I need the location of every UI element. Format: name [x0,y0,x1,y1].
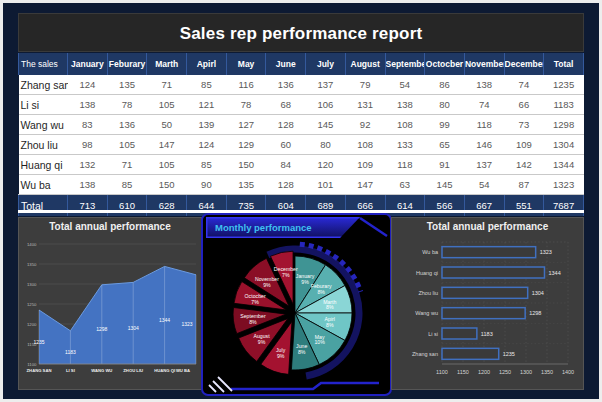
value-cell[interactable]: 135 [107,75,147,95]
value-cell[interactable]: 105 [147,95,187,115]
value-cell[interactable]: 121 [187,95,227,115]
value-cell[interactable]: 54 [385,75,425,95]
value-cell[interactable]: 78 [226,95,266,115]
value-cell[interactable]: 145 [306,115,346,135]
value-cell[interactable]: 83 [68,115,108,135]
value-cell[interactable]: 118 [385,155,425,175]
col-header-july: July [306,53,346,75]
rep-name[interactable]: Wu ba [19,175,68,195]
value-cell[interactable]: 74 [504,75,544,95]
corner-line-decoration [360,218,387,236]
value-cell[interactable]: 85 [187,75,227,95]
value-cell[interactable]: 147 [345,175,385,195]
value-cell[interactable]: 84 [266,155,306,175]
rep-name[interactable]: Li si [19,95,68,115]
value-cell[interactable]: 108 [385,115,425,135]
value-cell[interactable]: 139 [187,115,227,135]
value-cell[interactable]: 80 [306,135,346,155]
value-cell[interactable]: 142 [504,155,544,175]
x-axis-label: WU BA [176,368,190,373]
x-axis-label: ZHOU LIU [123,368,143,373]
value-cell[interactable]: 54 [464,175,504,195]
value-cell[interactable]: 105 [107,135,147,155]
value-cell[interactable]: 66 [504,95,544,115]
value-cell[interactable]: 138 [68,175,108,195]
value-cell[interactable]: 106 [306,95,346,115]
value-cell[interactable]: 128 [266,115,306,135]
rep-name[interactable]: Wang wu [19,115,68,135]
value-cell[interactable]: 137 [464,155,504,175]
value-cell[interactable]: 138 [464,75,504,95]
value-cell[interactable]: 150 [226,155,266,175]
svg-text:1250: 1250 [27,302,37,307]
value-cell[interactable]: 136 [266,75,306,95]
value-cell[interactable]: 138 [68,95,108,115]
value-cell[interactable]: 79 [345,75,385,95]
value-cell[interactable]: 127 [226,115,266,135]
area-data-label: 1344 [159,317,170,323]
value-cell[interactable]: 1323 [544,175,584,195]
value-cell[interactable]: 131 [345,95,385,115]
area-data-label: 1298 [96,326,107,332]
report-frame: Sales rep performance report The salesJa… [0,0,602,402]
value-cell[interactable]: 1344 [544,155,584,175]
value-cell[interactable]: 109 [504,135,544,155]
value-cell[interactable]: 63 [385,175,425,195]
value-cell[interactable]: 120 [306,155,346,175]
rep-name[interactable]: Huang qi [19,155,68,175]
value-cell[interactable]: 137 [306,75,346,95]
value-cell[interactable]: 98 [68,135,108,155]
value-cell[interactable]: 128 [266,175,306,195]
rep-name[interactable]: Zhou liu [19,135,68,155]
svg-text:1350: 1350 [541,369,553,375]
value-cell[interactable]: 73 [504,115,544,135]
value-cell[interactable]: 1298 [544,115,584,135]
bar-wang-wu [442,308,525,319]
value-cell[interactable]: 78 [107,95,147,115]
value-cell[interactable]: 109 [345,155,385,175]
value-cell[interactable]: 108 [345,135,385,155]
value-cell[interactable]: 85 [187,155,227,175]
value-cell[interactable]: 116 [226,75,266,95]
value-cell[interactable]: 86 [425,75,465,95]
value-cell[interactable]: 74 [464,95,504,115]
value-cell[interactable]: 92 [345,115,385,135]
value-cell[interactable]: 1304 [544,135,584,155]
value-cell[interactable]: 1235 [544,75,584,95]
value-cell[interactable]: 80 [425,95,465,115]
value-cell[interactable]: 150 [147,175,187,195]
bar-li-si [442,328,477,339]
value-cell[interactable]: 90 [187,175,227,195]
value-cell[interactable]: 129 [226,135,266,155]
value-cell[interactable]: 135 [226,175,266,195]
col-header-octocber: Octocber [425,53,465,75]
bar-value-label: 1183 [481,331,493,337]
value-cell[interactable]: 50 [147,115,187,135]
value-cell[interactable]: 132 [68,155,108,175]
value-cell[interactable]: 105 [147,155,187,175]
value-cell[interactable]: 60 [266,135,306,155]
value-cell[interactable]: 71 [147,75,187,95]
value-cell[interactable]: 133 [385,135,425,155]
value-cell[interactable]: 91 [425,155,465,175]
value-cell[interactable]: 68 [266,95,306,115]
value-cell[interactable]: 85 [107,175,147,195]
value-cell[interactable]: 118 [464,115,504,135]
value-cell[interactable]: 138 [385,95,425,115]
bar-chart: 1100115012001250130013501400Wu ba1323Hua… [392,236,583,389]
value-cell[interactable]: 1183 [544,95,584,115]
value-cell[interactable]: 145 [425,175,465,195]
svg-text:1200: 1200 [27,322,37,327]
value-cell[interactable]: 124 [187,135,227,155]
x-axis-label: ZHANG SAN [27,368,52,373]
value-cell[interactable]: 124 [68,75,108,95]
value-cell[interactable]: 101 [306,175,346,195]
value-cell[interactable]: 146 [464,135,504,155]
rep-name[interactable]: Zhang san [19,75,68,95]
value-cell[interactable]: 87 [504,175,544,195]
value-cell[interactable]: 71 [107,155,147,175]
value-cell[interactable]: 147 [147,135,187,155]
value-cell[interactable]: 65 [425,135,465,155]
value-cell[interactable]: 99 [425,115,465,135]
value-cell[interactable]: 136 [107,115,147,135]
